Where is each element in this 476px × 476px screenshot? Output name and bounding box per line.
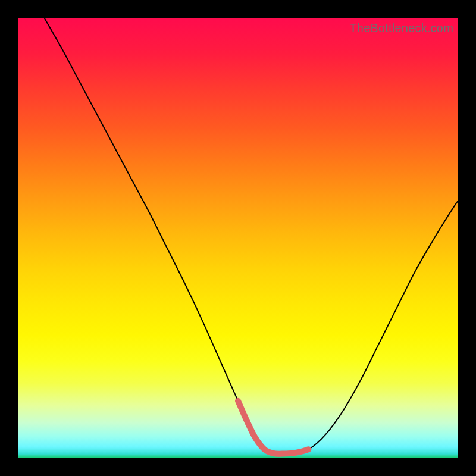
- highlight-segment: [238, 401, 308, 454]
- bottleneck-curve: [44, 18, 458, 454]
- plot-area: TheBottleneck.com: [18, 18, 458, 458]
- chart-svg: [18, 18, 458, 458]
- chart-frame: TheBottleneck.com: [0, 0, 476, 476]
